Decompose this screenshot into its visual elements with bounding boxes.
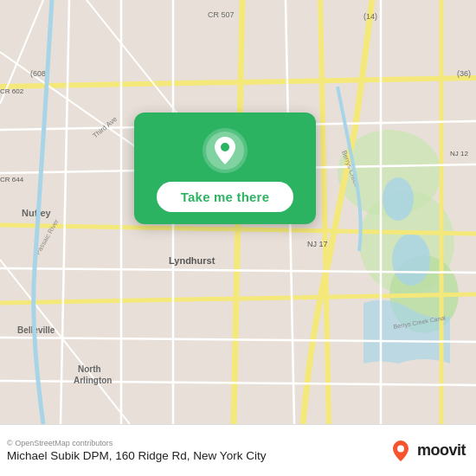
svg-text:Lyndhurst: Lyndhurst xyxy=(169,255,215,266)
location-card: Take me there xyxy=(134,113,316,224)
map-container: (608) CR 507 (14) (36) CR 602 CR 644 NJ … xyxy=(0,0,476,424)
svg-point-5 xyxy=(392,234,430,286)
svg-text:NJ 12: NJ 12 xyxy=(450,150,468,158)
svg-text:(14): (14) xyxy=(363,12,377,21)
take-me-there-button[interactable]: Take me there xyxy=(157,182,293,212)
svg-text:CR 644: CR 644 xyxy=(0,176,24,183)
svg-point-4 xyxy=(383,177,414,221)
bottom-bar: © OpenStreetMap contributors Michael Sub… xyxy=(0,424,476,476)
moovit-brand-text: moovit xyxy=(417,441,466,460)
location-pin-icon xyxy=(203,128,248,173)
svg-text:Arlington: Arlington xyxy=(74,376,112,385)
bottom-info: © OpenStreetMap contributors Michael Sub… xyxy=(7,439,389,462)
svg-text:CR 602: CR 602 xyxy=(0,87,24,95)
moovit-logo: moovit xyxy=(389,439,466,463)
svg-text:CR 507: CR 507 xyxy=(208,10,235,19)
svg-point-45 xyxy=(221,143,229,151)
svg-point-46 xyxy=(397,445,404,452)
location-title: Michael Subik DPM, 160 Ridge Rd, New Yor… xyxy=(7,449,389,462)
svg-text:North: North xyxy=(78,364,101,374)
attribution-text: © OpenStreetMap contributors xyxy=(7,439,389,447)
svg-text:NJ 17: NJ 17 xyxy=(307,240,328,248)
moovit-pin-icon xyxy=(389,439,413,463)
svg-text:(36): (36) xyxy=(457,69,471,78)
